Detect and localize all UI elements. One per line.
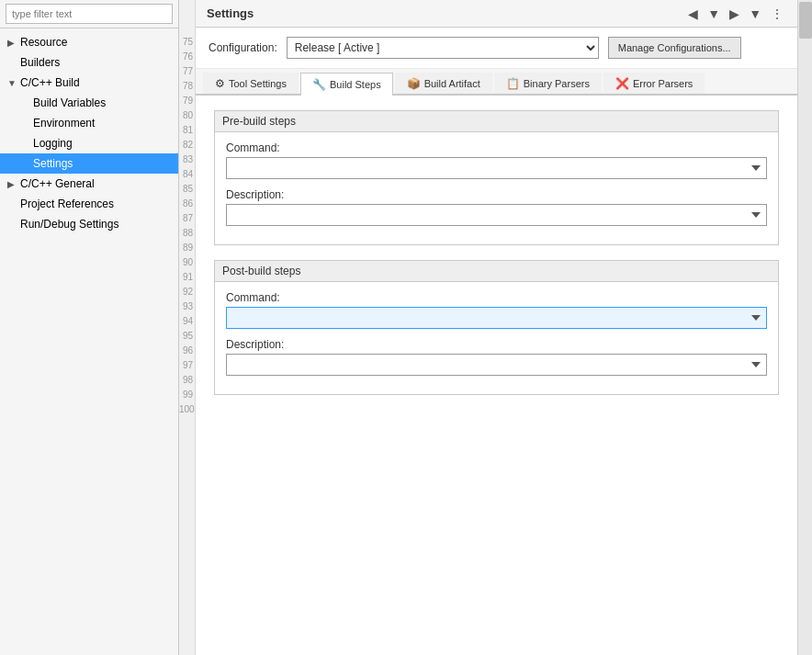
line-number: 75 bbox=[179, 35, 195, 50]
tab-tool-settings[interactable]: ⚙Tool Settings bbox=[203, 73, 299, 94]
line-number: 100 bbox=[179, 402, 195, 417]
configuration-label: Configuration: bbox=[209, 41, 277, 54]
configuration-select[interactable]: Release [ Active ] bbox=[287, 37, 599, 59]
line-number: 87 bbox=[179, 211, 195, 226]
settings-title: Settings bbox=[207, 6, 254, 20]
tab-label-binary-parsers: Binary Parsers bbox=[524, 78, 590, 89]
nav-back-button[interactable]: ◀ bbox=[685, 6, 701, 22]
tabs-bar: ⚙Tool Settings🔧Build Steps📦Build Artifac… bbox=[196, 69, 797, 96]
sidebar-item-cpp-build[interactable]: ▼C/C++ Build bbox=[0, 73, 178, 93]
post-build-description-label: Description: bbox=[226, 338, 767, 351]
line-number: 88 bbox=[179, 226, 195, 241]
pre-build-description-group: Description: bbox=[226, 188, 767, 226]
post-build-command-group: Command: ztware_protect.exe -s 0x0800000… bbox=[226, 291, 767, 329]
tree-arrow-cpp-build: ▼ bbox=[7, 78, 20, 88]
line-number: 95 bbox=[179, 329, 195, 344]
filter-input[interactable] bbox=[6, 4, 173, 24]
line-number: 99 bbox=[179, 388, 195, 402]
post-build-command-select[interactable]: ztware_protect.exe -s 0x08000000 -k 0xfb… bbox=[226, 307, 767, 329]
line-number: 81 bbox=[179, 123, 195, 138]
line-number: 86 bbox=[179, 197, 195, 211]
sidebar-item-build-variables[interactable]: Build Variables bbox=[0, 93, 178, 113]
sidebar-item-label-builders: Builders bbox=[20, 56, 60, 69]
tab-label-error-parsers: Error Parsers bbox=[633, 78, 693, 89]
sidebar-item-label-settings: Settings bbox=[33, 157, 73, 170]
line-number: 84 bbox=[179, 167, 195, 182]
line-number: 97 bbox=[179, 358, 195, 373]
tree: ▶ResourceBuilders▼C/C++ BuildBuild Varia… bbox=[0, 28, 178, 655]
pre-build-description-label: Description: bbox=[226, 188, 767, 201]
nav-forward-dropdown-button[interactable]: ▼ bbox=[746, 6, 764, 22]
content-area: Pre-build steps Command: Description: bbox=[196, 96, 797, 655]
manage-configurations-button[interactable]: Manage Configurations... bbox=[608, 37, 741, 59]
sidebar-item-label-build-variables: Build Variables bbox=[33, 96, 106, 109]
sidebar-item-resource[interactable]: ▶Resource bbox=[0, 32, 178, 52]
pre-build-command-group: Command: bbox=[226, 141, 767, 179]
sidebar-item-label-cpp-general: C/C++ General bbox=[20, 177, 95, 190]
right-accent bbox=[797, 0, 812, 655]
line-number: 92 bbox=[179, 285, 195, 299]
error-parsers-icon: ❌ bbox=[615, 77, 629, 90]
line-number: 82 bbox=[179, 138, 195, 152]
header-icons: ◀ ▼ ▶ ▼ ⋮ bbox=[685, 6, 786, 22]
post-build-description-group: Description: bbox=[226, 338, 767, 376]
sidebar-item-label-resource: Resource bbox=[20, 36, 67, 49]
tab-build-artifact[interactable]: 📦Build Artifact bbox=[395, 73, 492, 94]
sidebar-item-project-references[interactable]: Project References bbox=[0, 194, 178, 214]
sidebar-item-label-project-references: Project References bbox=[20, 198, 114, 210]
binary-parsers-icon: 📋 bbox=[506, 77, 520, 90]
tab-label-tool-settings: Tool Settings bbox=[229, 78, 287, 89]
line-number: 83 bbox=[179, 152, 195, 167]
filter-wrapper bbox=[0, 0, 178, 28]
line-number: 96 bbox=[179, 344, 195, 358]
pre-build-section: Pre-build steps Command: Description: bbox=[214, 110, 779, 245]
line-number: 98 bbox=[179, 373, 195, 388]
scrollbar-thumb[interactable] bbox=[799, 2, 812, 39]
sidebar-item-builders[interactable]: Builders bbox=[0, 52, 178, 73]
pre-build-section-body: Command: Description: bbox=[215, 132, 778, 244]
nav-forward-button[interactable]: ▶ bbox=[727, 6, 742, 22]
tab-error-parsers[interactable]: ❌Error Parsers bbox=[603, 73, 705, 94]
sidebar-item-settings[interactable]: Settings bbox=[0, 153, 178, 174]
line-number: 78 bbox=[179, 79, 195, 94]
sidebar-item-label-logging: Logging bbox=[33, 137, 73, 150]
post-build-command-label: Command: bbox=[226, 291, 767, 304]
tab-label-build-artifact: Build Artifact bbox=[424, 78, 480, 89]
post-build-section-header: Post-build steps bbox=[215, 261, 778, 282]
line-number: 94 bbox=[179, 314, 195, 329]
sidebar-item-logging[interactable]: Logging bbox=[0, 133, 178, 153]
nav-back-dropdown-button[interactable]: ▼ bbox=[705, 6, 723, 22]
tab-label-build-steps: Build Steps bbox=[330, 79, 381, 90]
sidebar-item-cpp-general[interactable]: ▶C/C++ General bbox=[0, 174, 178, 194]
post-build-section-body: Command: ztware_protect.exe -s 0x0800000… bbox=[215, 282, 778, 394]
line-number: 85 bbox=[179, 182, 195, 197]
pre-build-section-header: Pre-build steps bbox=[215, 111, 778, 132]
line-numbers-column: 7576777879808182838485868788899091929394… bbox=[179, 0, 196, 655]
tree-arrow-cpp-general: ▶ bbox=[7, 179, 20, 189]
header-menu-button[interactable]: ⋮ bbox=[768, 6, 786, 22]
build-steps-icon: 🔧 bbox=[312, 78, 326, 91]
tab-build-steps[interactable]: 🔧Build Steps bbox=[300, 73, 393, 96]
sidebar-item-label-run-debug: Run/Debug Settings bbox=[20, 218, 118, 231]
line-number: 77 bbox=[179, 64, 195, 79]
line-number: 90 bbox=[179, 255, 195, 270]
sidebar-item-run-debug[interactable]: Run/Debug Settings bbox=[0, 214, 178, 234]
post-build-description-select[interactable] bbox=[226, 354, 767, 376]
line-number: 91 bbox=[179, 270, 195, 285]
main-content: Settings ◀ ▼ ▶ ▼ ⋮ Configuration: Releas… bbox=[196, 0, 797, 655]
configuration-row: Configuration: Release [ Active ] Manage… bbox=[196, 28, 797, 69]
tree-arrow-resource: ▶ bbox=[7, 38, 20, 48]
pre-build-description-select[interactable] bbox=[226, 204, 767, 226]
tab-binary-parsers[interactable]: 📋Binary Parsers bbox=[494, 73, 602, 94]
sidebar-item-environment[interactable]: Environment bbox=[0, 113, 178, 133]
line-number: 80 bbox=[179, 108, 195, 123]
line-number: 93 bbox=[179, 299, 195, 314]
sidebar-item-label-cpp-build: C/C++ Build bbox=[20, 76, 80, 89]
line-number: 76 bbox=[179, 50, 195, 64]
pre-build-command-select[interactable] bbox=[226, 157, 767, 179]
settings-header: Settings ◀ ▼ ▶ ▼ ⋮ bbox=[196, 0, 797, 28]
sidebar-item-label-environment: Environment bbox=[33, 117, 95, 130]
line-number: 79 bbox=[179, 94, 195, 108]
sidebar: ▶ResourceBuilders▼C/C++ BuildBuild Varia… bbox=[0, 0, 179, 655]
post-build-section: Post-build steps Command: ztware_protect… bbox=[214, 260, 779, 395]
